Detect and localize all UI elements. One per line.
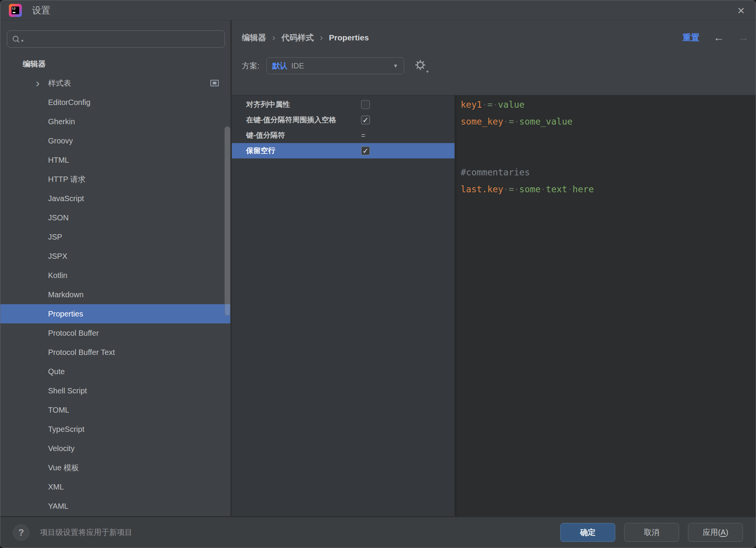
sidebar-item-label: HTTP 请求 [0, 174, 85, 185]
checkmark-icon: ✓ [363, 147, 369, 155]
sidebar-item-qute[interactable]: Qute [0, 362, 230, 381]
sidebar-item-html[interactable]: HTML [0, 150, 230, 170]
options-table: 对齐列中属性在键-值分隔符周围插入空格✓键-值分隔符=保留空行✓ [232, 95, 455, 516]
breadcrumb-code-style[interactable]: 代码样式 [281, 32, 314, 43]
scheme-dropdown[interactable]: 默认 IDE ▼ [266, 57, 404, 74]
breadcrumb-separator-icon: › [272, 33, 275, 43]
sidebar-item-markdown[interactable]: Markdown [0, 285, 230, 304]
breadcrumb-separator-icon: › [320, 33, 323, 43]
sidebar-item-label: Groovy [0, 137, 73, 145]
ok-button[interactable]: 确定 [560, 523, 615, 542]
gear-caret-icon: ▾ [426, 69, 429, 74]
settings-sidebar: ▾ 编辑器›样式表EditorConfigGherkinGroovyHTMLHT… [0, 20, 232, 516]
sidebar-item-label: Markdown [0, 290, 83, 299]
sidebar-item-toml[interactable]: TOML [0, 400, 230, 420]
apply-button[interactable]: 应用(A) [688, 523, 743, 542]
checkbox-checked[interactable]: ✓ [361, 116, 370, 125]
option-value[interactable]: = [361, 131, 365, 139]
cancel-button[interactable]: 取消 [624, 523, 679, 542]
content-header: 编辑器 › 代码样式 › Properties 重置 ← → 方案: 默认 I [232, 20, 756, 95]
code-line [461, 147, 756, 164]
title-bar: IJ 设置 × [0, 0, 756, 20]
intellij-logo-icon: IJ [9, 4, 22, 17]
close-icon[interactable]: × [733, 2, 749, 19]
sidebar-item-label: JSON [0, 213, 68, 222]
options-row[interactable]: 在键-值分隔符周围插入空格✓ [232, 112, 455, 128]
sidebar-item-protocol-buffer[interactable]: Protocol Buffer [0, 323, 230, 343]
chevron-right-icon[interactable]: › [36, 77, 40, 89]
options-row[interactable]: 键-值分隔符= [232, 128, 455, 143]
sidebar-item-editorconfig[interactable]: EditorConfig [0, 93, 230, 112]
option-label: 保留空行 [232, 146, 275, 156]
option-label: 键-值分隔符 [232, 130, 285, 140]
breadcrumb-properties: Properties [329, 33, 369, 42]
scheme-value-primary: 默认 [272, 61, 288, 71]
sidebar-item-label: Velocity [0, 444, 75, 453]
sidebar-item-label: Qute [0, 367, 65, 376]
sidebar-item-kotlin[interactable]: Kotlin [0, 266, 230, 285]
code-line: key1·=·value [461, 96, 756, 113]
sidebar-item-json[interactable]: JSON [0, 208, 230, 227]
sidebar-item-gherkin[interactable]: Gherkin [0, 112, 230, 131]
settings-tree: 编辑器›样式表EditorConfigGherkinGroovyHTMLHTTP… [0, 54, 230, 516]
checkbox-unchecked[interactable] [361, 100, 370, 109]
back-arrow-icon[interactable]: ← [713, 32, 724, 43]
settings-content: 编辑器 › 代码样式 › Properties 重置 ← → 方案: 默认 I [232, 20, 756, 516]
checkbox-checked[interactable]: ✓ [361, 147, 370, 155]
options-row[interactable]: 对齐列中属性 [232, 97, 455, 112]
sidebar-item-label: Properties [0, 310, 83, 318]
dropdown-arrow-icon: ▼ [393, 63, 398, 69]
forward-arrow-icon: → [738, 32, 749, 43]
help-button[interactable]: ? [13, 525, 29, 541]
sidebar-item-yaml[interactable]: YAML [0, 496, 230, 516]
footer-note: 项目级设置将应用于新项目 [40, 527, 132, 538]
sidebar-item-vue[interactable]: Vue 模板 [0, 458, 230, 477]
sidebar-item-label: Kotlin [0, 271, 67, 280]
settings-dialog: IJ 设置 × ▾ 编辑器›样式表EditorConfigGherkinGroo… [0, 0, 756, 548]
scheme-label: 方案: [242, 61, 260, 71]
sidebar-item-label: XML [0, 483, 64, 491]
sidebar-item-javascript[interactable]: JavaScript [0, 189, 230, 208]
sidebar-item-groovy[interactable]: Groovy [0, 131, 230, 150]
checkmark-icon: ✓ [363, 117, 369, 124]
footer-bar: ? 项目级设置将应用于新项目 确定 取消 应用(A) [0, 516, 756, 548]
option-label: 在键-值分隔符周围插入空格 [232, 115, 336, 125]
sidebar-item-label: TOML [0, 406, 69, 415]
sidebar-item-label: EditorConfig [0, 98, 90, 107]
sidebar-item-label: Gherkin [0, 117, 75, 126]
search-input[interactable] [27, 35, 220, 43]
sidebar-item-properties[interactable]: Properties [0, 304, 230, 323]
sidebar-item-velocity[interactable]: Velocity [0, 439, 230, 458]
sidebar-item-protocol-buffer-text[interactable]: Protocol Buffer Text [0, 343, 230, 362]
code-line: #commentaries [461, 164, 756, 181]
sidebar-item-jsp[interactable]: JSP [0, 227, 230, 247]
options-row[interactable]: 保留空行✓ [232, 143, 455, 158]
sidebar-item-label: Protocol Buffer Text [0, 348, 115, 357]
breadcrumb-editor[interactable]: 编辑器 [242, 32, 266, 43]
code-line: last.key·=·some·text·here [461, 181, 756, 198]
option-label: 对齐列中属性 [232, 100, 290, 110]
sidebar-item-xml[interactable]: XML [0, 477, 230, 496]
search-icon [12, 35, 20, 43]
sidebar-item-item[interactable]: ›样式表 [0, 73, 230, 93]
sidebar-item-label: JSP [0, 233, 62, 242]
sidebar-item-typescript[interactable]: TypeScript [0, 420, 230, 439]
search-box[interactable]: ▾ [7, 30, 225, 48]
sidebar-scrollbar-thumb[interactable] [225, 127, 230, 316]
sidebar-item-label: JavaScript [0, 194, 84, 203]
scheme-value-secondary: IDE [291, 62, 304, 70]
sidebar-item-http[interactable]: HTTP 请求 [0, 170, 230, 189]
gear-icon [414, 59, 427, 72]
sidebar-item-shell-script[interactable]: Shell Script [0, 381, 230, 400]
scheme-settings-button[interactable]: ▾ [414, 59, 428, 73]
reset-link[interactable]: 重置 [683, 32, 699, 43]
sidebar-item-jspx[interactable]: JSPX [0, 247, 230, 266]
sidebar-item-label: JSPX [0, 252, 67, 261]
panel-icon [210, 80, 219, 87]
question-mark-icon: ? [18, 527, 24, 538]
search-options-caret-icon[interactable]: ▾ [21, 38, 23, 43]
tree-group-editor[interactable]: 编辑器 [0, 54, 230, 73]
sidebar-item-label: Shell Script [0, 386, 87, 395]
sidebar-item-label: 编辑器 [0, 59, 46, 69]
sidebar-item-label: Vue 模板 [0, 463, 79, 473]
